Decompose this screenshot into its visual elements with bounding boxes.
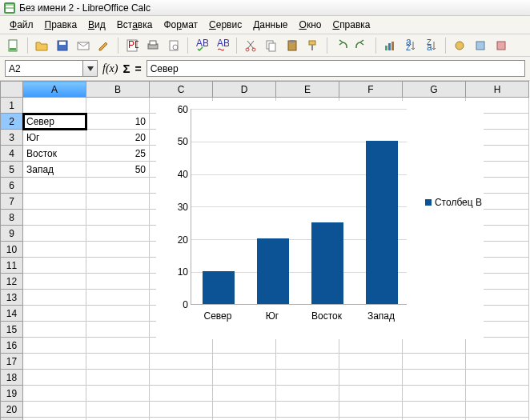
- svg-rect-22: [290, 40, 295, 42]
- svg-rect-2: [6, 4, 14, 6]
- col-header-G[interactable]: G: [403, 82, 466, 98]
- select-all-corner[interactable]: [1, 82, 23, 98]
- fx-label[interactable]: f(x): [102, 62, 118, 75]
- menu-data[interactable]: Данные: [248, 18, 292, 32]
- menu-file[interactable]: Файл: [5, 18, 38, 32]
- row-header-18[interactable]: 18: [1, 370, 23, 386]
- embedded-chart[interactable]: 60 50 40 30 20 10 0 Север Юг Восток Запа…: [156, 101, 484, 339]
- col-header-E[interactable]: E: [276, 82, 339, 98]
- ytick: 20: [156, 234, 188, 246]
- row-header-21[interactable]: 21: [1, 418, 23, 421]
- cell-B3[interactable]: 20: [86, 130, 150, 146]
- cell-A4[interactable]: Восток: [23, 146, 86, 162]
- ytick: 50: [156, 136, 188, 147]
- svg-rect-27: [391, 42, 394, 50]
- row-header-13[interactable]: 13: [1, 290, 23, 306]
- bar-2: [311, 222, 343, 304]
- cell-reference-dropdown[interactable]: [83, 60, 98, 77]
- edit-icon[interactable]: [95, 37, 113, 54]
- open-icon[interactable]: [33, 37, 50, 54]
- col-header-F[interactable]: F: [339, 82, 403, 98]
- svg-text:a: a: [427, 42, 432, 52]
- format-brush-icon[interactable]: [304, 37, 322, 54]
- print-icon[interactable]: [144, 37, 162, 54]
- spellcheck-icon[interactable]: ABC: [193, 37, 211, 54]
- redo-icon[interactable]: [353, 37, 371, 54]
- menu-service[interactable]: Сервис: [204, 18, 247, 32]
- menu-help[interactable]: Справка: [327, 18, 375, 32]
- cell-B2[interactable]: 10: [86, 114, 150, 130]
- cell-B5[interactable]: 50: [86, 162, 150, 178]
- formula-input[interactable]: [147, 60, 525, 77]
- title-bar: Без имени 2 - LibreOffice Calc: [0, 0, 530, 16]
- menu-edit[interactable]: Правка: [40, 18, 82, 32]
- svg-text:PDF: PDF: [128, 39, 139, 50]
- sort-asc-icon[interactable]: az: [402, 37, 420, 54]
- row-header-16[interactable]: 16: [1, 338, 23, 354]
- svg-rect-26: [388, 43, 391, 50]
- tool1-icon[interactable]: [451, 37, 468, 54]
- bar-0: [203, 271, 235, 304]
- legend-label: Столбец B: [435, 197, 482, 208]
- row-header-14[interactable]: 14: [1, 306, 23, 322]
- cell-A3[interactable]: Юг: [23, 130, 86, 146]
- row-header-4[interactable]: 4: [1, 146, 23, 162]
- row-header-10[interactable]: 10: [1, 242, 23, 258]
- row-header-7[interactable]: 7: [1, 194, 23, 210]
- row-header-17[interactable]: 17: [1, 354, 23, 370]
- svg-rect-12: [150, 41, 156, 45]
- menu-format[interactable]: Формат: [159, 18, 203, 32]
- equals-button[interactable]: =: [135, 62, 141, 75]
- chart-plot-area: [191, 109, 407, 305]
- menu-insert[interactable]: Вставка: [112, 18, 158, 32]
- autospell-icon[interactable]: ABC: [214, 37, 231, 54]
- row-header-1[interactable]: 1: [1, 98, 23, 114]
- menu-view[interactable]: Вид: [83, 18, 110, 32]
- col-header-B[interactable]: B: [86, 82, 150, 98]
- xtick: Юг: [248, 310, 296, 322]
- pdf-icon[interactable]: PDF: [123, 37, 141, 54]
- row-header-9[interactable]: 9: [1, 226, 23, 242]
- ytick: 40: [156, 169, 188, 180]
- chart-icon[interactable]: [381, 37, 399, 54]
- ytick: 10: [156, 266, 188, 278]
- svg-rect-34: [497, 42, 505, 50]
- col-header-A[interactable]: A: [23, 82, 86, 98]
- ytick: 0: [156, 299, 188, 310]
- copy-icon[interactable]: [263, 37, 280, 54]
- row-header-12[interactable]: 12: [1, 274, 23, 290]
- ytick: 30: [156, 202, 188, 213]
- row-header-6[interactable]: 6: [1, 178, 23, 194]
- menu-window[interactable]: Окно: [295, 18, 327, 32]
- row-header-20[interactable]: 20: [1, 402, 23, 418]
- cell-A5[interactable]: Запад: [23, 162, 86, 178]
- sort-desc-icon[interactable]: za: [423, 37, 440, 54]
- undo-icon[interactable]: [332, 37, 350, 54]
- col-header-C[interactable]: C: [150, 82, 213, 98]
- row-header-3[interactable]: 3: [1, 130, 23, 146]
- svg-text:ABC: ABC: [217, 39, 229, 49]
- row-header-15[interactable]: 15: [1, 322, 23, 338]
- col-header-D[interactable]: D: [213, 82, 276, 98]
- save-icon[interactable]: [54, 37, 71, 54]
- row-header-8[interactable]: 8: [1, 210, 23, 226]
- paste-icon[interactable]: [283, 37, 301, 54]
- cell-A2[interactable]: Север: [23, 114, 86, 130]
- new-doc-icon[interactable]: [5, 37, 22, 54]
- app-icon: [3, 2, 16, 14]
- cell-B4[interactable]: 25: [86, 146, 150, 162]
- row-header-19[interactable]: 19: [1, 386, 23, 402]
- cell-reference-input[interactable]: [5, 60, 83, 77]
- row-header-2[interactable]: 2: [1, 114, 23, 130]
- row-header-11[interactable]: 11: [1, 258, 23, 274]
- mail-icon[interactable]: [74, 37, 92, 54]
- svg-rect-5: [10, 48, 16, 50]
- svg-rect-33: [476, 42, 484, 50]
- col-header-H[interactable]: H: [466, 82, 529, 98]
- row-header-5[interactable]: 5: [1, 162, 23, 178]
- tool2-icon[interactable]: [472, 37, 489, 54]
- sigma-button[interactable]: Σ: [122, 62, 130, 75]
- preview-icon[interactable]: [165, 37, 183, 54]
- cut-icon[interactable]: [242, 37, 259, 54]
- tool3-icon[interactable]: [492, 37, 510, 54]
